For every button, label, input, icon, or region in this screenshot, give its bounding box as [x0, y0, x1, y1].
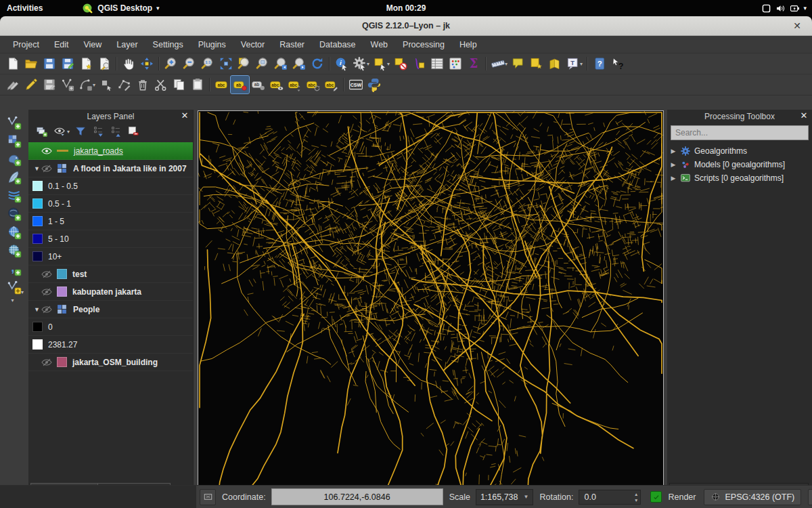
measure-button[interactable]: [489, 55, 507, 72]
pan-map-button[interactable]: [119, 55, 137, 72]
add-group-button[interactable]: [34, 124, 50, 139]
label-tag-button[interactable]: abc: [212, 76, 231, 93]
identify-features-button[interactable]: i: [332, 55, 351, 72]
help-contents-button[interactable]: ?: [590, 55, 608, 72]
eye-hidden-icon[interactable]: [41, 268, 53, 280]
menu-item-raster[interactable]: Raster: [272, 38, 312, 51]
move-feature-button[interactable]: [97, 76, 115, 93]
cut-features-button[interactable]: [152, 76, 170, 93]
menu-item-plugins[interactable]: Plugins: [191, 38, 233, 51]
current-edits-button[interactable]: [3, 76, 22, 93]
python-console-button[interactable]: [365, 76, 383, 93]
caret-down-icon[interactable]: ▼: [34, 306, 41, 313]
save-project-as-button[interactable]: [58, 55, 76, 72]
menu-item-vector[interactable]: Vector: [233, 38, 272, 51]
processing-panel-close-button[interactable]: ✕: [798, 110, 809, 121]
activities-button[interactable]: Activities: [0, 0, 49, 16]
eye-hidden-icon[interactable]: [41, 356, 53, 368]
eye-hidden-icon[interactable]: [41, 163, 53, 175]
zoom-next-button[interactable]: [290, 55, 308, 72]
legend-item-0-1-0-5[interactable]: 0.1 - 0.5: [28, 177, 193, 195]
layers-panel-header[interactable]: Layers Panel ✕: [28, 110, 193, 123]
add-wms-layer-button[interactable]: [5, 224, 24, 240]
new-shapefile-dropdown-caret-icon[interactable]: ▾: [11, 297, 14, 303]
extents-button[interactable]: [200, 489, 216, 505]
processing-item-geoalgorithms[interactable]: ▶Geoalgorithms: [670, 144, 812, 158]
processing-item-scripts[interactable]: ▶Scripts [0 geoalgorithms]: [670, 171, 812, 185]
add-mssql-layer-button[interactable]: [5, 188, 24, 204]
manage-visibility-button[interactable]: [51, 124, 68, 139]
layer-item-jakarta-roads[interactable]: jakarta_roads: [28, 142, 193, 160]
messages-button[interactable]: …: [808, 489, 812, 505]
menu-item-edit[interactable]: Edit: [47, 38, 76, 51]
menu-item-project[interactable]: Project: [5, 38, 47, 51]
composer-manager-button[interactable]: [95, 55, 113, 72]
menu-item-settings[interactable]: Settings: [145, 38, 191, 51]
run-feature-action-button[interactable]: [351, 55, 369, 72]
zoom-to-layer-button[interactable]: [253, 55, 271, 72]
toggle-editing-button[interactable]: [22, 76, 40, 93]
show-bookmarks-button[interactable]: [545, 55, 564, 72]
zoom-full-button[interactable]: [217, 55, 235, 72]
scale-select[interactable]: 1:165,738 ▼: [476, 489, 534, 505]
crs-button[interactable]: EPSG:4326 (OTF): [704, 489, 801, 505]
label-properties-button[interactable]: abc: [322, 76, 340, 93]
delete-selected-button[interactable]: [133, 76, 152, 93]
select-features-button[interactable]: [371, 55, 389, 72]
collapse-all-button[interactable]: [108, 124, 124, 139]
processing-panel-header[interactable]: Processing Toolbox ✕: [667, 110, 812, 123]
add-vector-layer-button[interactable]: [5, 114, 24, 131]
deselect-features-button[interactable]: [391, 55, 409, 72]
layer-item-jakarta-osm-building[interactable]: jakarta_OSM_building: [28, 354, 193, 371]
add-postgis-layer-button[interactable]: [5, 151, 24, 167]
render-checkbox[interactable]: [650, 491, 662, 503]
show-statistics-button[interactable]: Σ: [464, 55, 482, 72]
label-move-button[interactable]: abc: [286, 76, 304, 93]
system-menu-caret-icon[interactable]: ▾: [803, 5, 807, 12]
label-pin-active-button[interactable]: ab: [231, 76, 249, 93]
map-canvas[interactable]: [198, 110, 664, 501]
menu-item-view[interactable]: View: [76, 38, 109, 51]
new-project-button[interactable]: [3, 55, 22, 72]
spinner-arrows-icon[interactable]: ▲▼: [634, 491, 638, 503]
caret-right-icon[interactable]: ▶: [670, 161, 677, 168]
open-project-button[interactable]: [22, 55, 40, 72]
legend-item-5-10[interactable]: 5 - 10: [28, 230, 193, 248]
map-tips-button[interactable]: [509, 55, 527, 72]
new-composer-button[interactable]: [76, 55, 95, 72]
filter-legend-button[interactable]: [72, 124, 89, 139]
zoom-native-button[interactable]: 1:1: [198, 55, 217, 72]
text-annotation-button[interactable]: T: [564, 55, 582, 72]
label-display-button[interactable]: abc: [267, 76, 286, 93]
legend-item-10-[interactable]: 10+: [28, 248, 193, 266]
window-close-button[interactable]: ✕: [790, 19, 804, 33]
processing-item-models[interactable]: ▶Models [0 geoalgorithms]: [670, 158, 812, 171]
caret-right-icon[interactable]: ▶: [670, 148, 677, 154]
whats-this-button[interactable]: ?: [608, 55, 627, 72]
add-raster-layer-button[interactable]: [5, 133, 24, 149]
paste-features-button[interactable]: [188, 76, 206, 93]
menu-item-processing[interactable]: Processing: [395, 38, 452, 51]
new-bookmark-button[interactable]: [527, 55, 545, 72]
layer-item-a-flood-in-jakarta-like-in-2007[interactable]: ▼A flood in Jakarta like in 2007: [28, 160, 193, 177]
legend-item-0[interactable]: 0: [28, 318, 193, 336]
zoom-out-button[interactable]: [180, 55, 198, 72]
menu-item-database[interactable]: Database: [312, 38, 363, 51]
node-tool-button[interactable]: [115, 76, 133, 93]
copy-features-button[interactable]: [170, 76, 188, 93]
expand-all-button[interactable]: [90, 124, 106, 139]
eye-visible-icon[interactable]: [41, 145, 53, 157]
app-menu-button[interactable]: QGIS Desktop ▾: [75, 0, 166, 16]
add-circular-string-button[interactable]: [76, 76, 95, 93]
add-feature-button[interactable]: [58, 76, 76, 93]
add-wcs-layer-button[interactable]: [5, 242, 24, 259]
legend-item-0-5-1[interactable]: 0.5 - 1: [28, 195, 193, 213]
window-mode-icon[interactable]: [761, 3, 772, 14]
battery-icon[interactable]: [789, 3, 800, 14]
add-spatialite-layer-button[interactable]: [5, 169, 24, 186]
volume-icon[interactable]: [775, 3, 786, 14]
label-pin-button[interactable]: ab: [249, 76, 267, 93]
window-titlebar[interactable]: QGIS 2.12.0–Lyon – jk ✕: [0, 16, 812, 36]
processing-search-input[interactable]: [671, 125, 809, 140]
menu-item-web[interactable]: Web: [363, 38, 395, 51]
